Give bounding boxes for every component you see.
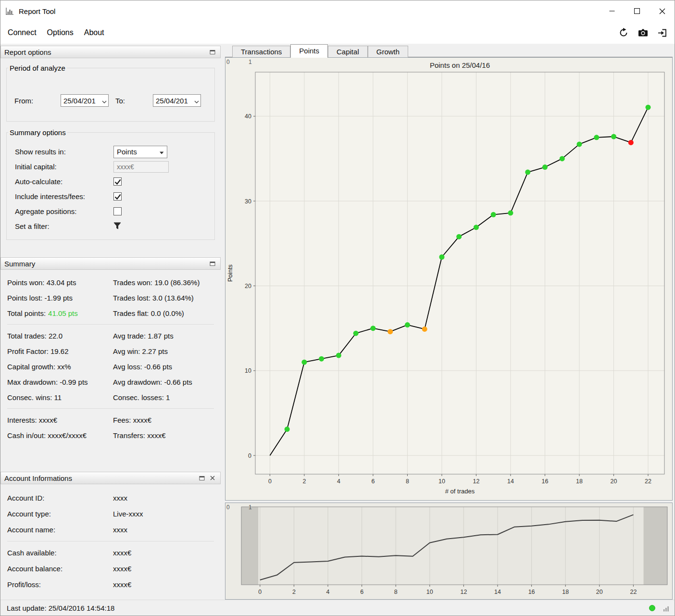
- summary-title: Summary: [4, 260, 35, 268]
- from-label: From:: [14, 97, 61, 105]
- points-won: Points won: 43.04 pts: [7, 275, 113, 290]
- avg-trade: Avg trade: 1.87 pts: [113, 328, 214, 343]
- divider: [7, 324, 214, 325]
- show-results-label: Show results in:: [15, 148, 113, 156]
- menu-connect[interactable]: Connect: [2, 25, 42, 40]
- svg-text:10: 10: [438, 478, 445, 485]
- svg-text:20: 20: [245, 283, 251, 289]
- svg-text:Points on 25/04/16: Points on 25/04/16: [430, 61, 490, 69]
- set-filter-label: Set a filter:: [15, 222, 113, 230]
- auto-calculate-checkbox[interactable]: [113, 177, 122, 186]
- to-date-combobox[interactable]: 25/04/201: [153, 94, 201, 107]
- show-results-dropdown[interactable]: Points: [113, 146, 167, 158]
- report-options-header: Report options: [0, 46, 221, 58]
- summary-options-title: Summary options: [8, 128, 67, 137]
- svg-text:22: 22: [645, 478, 651, 485]
- points-lost: Points lost: -1.99 pts: [7, 290, 113, 305]
- to-label: To:: [109, 97, 153, 105]
- tabbar: Transactions Points Capital Growth: [225, 44, 673, 57]
- svg-text:18: 18: [576, 478, 583, 485]
- points-chart-canvas[interactable]: 0246810121416182022010203040Points on 25…: [225, 57, 673, 501]
- avg-drawdown: Avg drawdown: -0.66 pts: [113, 374, 214, 390]
- menu-options[interactable]: Options: [42, 25, 79, 40]
- svg-text:16: 16: [542, 478, 549, 485]
- svg-text:8: 8: [406, 478, 409, 485]
- svg-text:22: 22: [630, 589, 637, 595]
- screenshot-camera-icon[interactable]: [637, 27, 649, 38]
- svg-text:0: 0: [226, 59, 230, 65]
- svg-text:4: 4: [337, 478, 340, 485]
- cash-available-value: xxxx€: [113, 549, 214, 557]
- statusbar: Last update: 25/04/2016 14:54:18: [0, 600, 675, 616]
- svg-text:14: 14: [494, 589, 501, 595]
- svg-text:2: 2: [292, 589, 296, 595]
- svg-text:0: 0: [268, 478, 272, 485]
- period-title: Period of analyze: [8, 64, 67, 72]
- include-fees-checkbox[interactable]: [113, 192, 122, 201]
- connection-status-dot: [649, 605, 655, 611]
- float-dock-icon[interactable]: [208, 48, 217, 56]
- avg-win: Avg win: 2.27 pts: [113, 343, 214, 359]
- tab-transactions[interactable]: Transactions: [232, 46, 290, 57]
- menubar: Connect Options About: [0, 22, 675, 44]
- transfers: Transfers: xxxx€: [113, 427, 214, 443]
- account-name-label: Account name:: [7, 526, 113, 534]
- svg-text:20: 20: [611, 478, 617, 485]
- svg-text:10: 10: [245, 367, 251, 374]
- close-button[interactable]: [650, 0, 675, 22]
- svg-text:14: 14: [507, 478, 514, 485]
- minimize-button[interactable]: [600, 0, 625, 22]
- chevron-down-icon: [194, 97, 199, 105]
- titlebar: Report Tool: [0, 0, 675, 22]
- svg-text:1: 1: [249, 59, 252, 65]
- from-date-combobox[interactable]: 25/04/201: [61, 94, 109, 107]
- cash-in-out: Cash in/out: xxxx€/xxxx€: [7, 427, 113, 443]
- export-icon[interactable]: [656, 27, 668, 38]
- profit-loss-value: xxxx€: [113, 580, 214, 589]
- capital-growth: Capital growth: xx%: [7, 359, 113, 374]
- tab-growth[interactable]: Growth: [368, 46, 408, 57]
- profit-loss-label: Profit/loss:: [7, 580, 113, 589]
- svg-text:Points: Points: [226, 264, 234, 282]
- right-panel: Transactions Points Capital Growth 02468…: [225, 44, 675, 600]
- max-drawdown: Max drawdown: -0.99 pts: [7, 374, 113, 390]
- filter-funnel-icon[interactable]: [113, 222, 121, 231]
- close-dock-icon[interactable]: [208, 474, 217, 482]
- overview-range-chart[interactable]: 024681012141618202201: [225, 503, 673, 600]
- float-dock-icon[interactable]: [198, 474, 206, 482]
- svg-text:0: 0: [258, 589, 262, 595]
- profit-factor: Profit Factor: 19.62: [7, 343, 113, 359]
- summary-header: Summary: [0, 257, 221, 270]
- account-balance-value: xxxx€: [113, 565, 214, 573]
- avg-loss: Avg loss: -0.66 pts: [113, 359, 214, 374]
- app-icon: [5, 6, 15, 16]
- maximize-button[interactable]: [625, 0, 650, 22]
- account-type-label: Account type:: [7, 510, 113, 518]
- resize-grip-icon[interactable]: [663, 604, 671, 612]
- menu-about[interactable]: About: [79, 25, 110, 40]
- agregate-positions-checkbox[interactable]: [113, 207, 122, 215]
- tab-capital[interactable]: Capital: [328, 46, 368, 57]
- tab-points[interactable]: Points: [290, 44, 328, 58]
- consec-wins: Consec. wins: 11: [7, 390, 113, 405]
- float-dock-icon[interactable]: [208, 259, 217, 268]
- account-info-title: Account Informations: [4, 474, 72, 482]
- interests: Interests: xxxx€: [7, 412, 113, 427]
- panel-splitter[interactable]: [221, 44, 225, 600]
- initial-capital-input[interactable]: [113, 161, 169, 173]
- svg-text:16: 16: [528, 589, 535, 595]
- svg-text:20: 20: [596, 589, 603, 595]
- account-id-label: Account ID:: [7, 494, 113, 502]
- divider: [7, 408, 214, 409]
- account-name-value: xxxx: [113, 526, 214, 534]
- account-balance-label: Account balance:: [7, 565, 113, 573]
- dropdown-arrow-icon: [160, 148, 164, 156]
- refresh-icon[interactable]: [618, 27, 629, 38]
- svg-text:40: 40: [245, 113, 251, 120]
- divider: [7, 541, 214, 541]
- app-window: Report Tool Connect Options About: [0, 0, 675, 616]
- total-trades: Total trades: 22.0: [7, 328, 113, 343]
- svg-text:12: 12: [473, 478, 480, 485]
- main-area: Report options Period of analyze From: 2…: [0, 44, 675, 600]
- trades-lost: Trades lost: 3.0 (13.64%): [113, 290, 214, 305]
